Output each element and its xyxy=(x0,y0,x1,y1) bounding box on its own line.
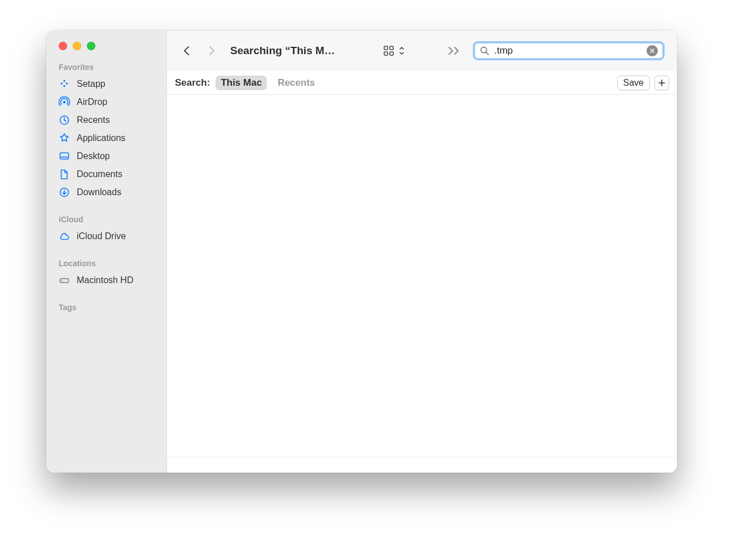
svg-rect-11 xyxy=(390,46,393,50)
sidebar-item-applications[interactable]: Applications xyxy=(46,129,166,147)
icon-grid-icon xyxy=(383,45,395,57)
sidebar-item-airdrop[interactable]: AirDrop xyxy=(46,93,166,111)
airdrop-icon xyxy=(59,96,70,108)
svg-rect-2 xyxy=(65,82,68,85)
window-title: Searching “This M… xyxy=(230,45,335,57)
downloads-icon xyxy=(59,187,70,198)
search-icon xyxy=(480,46,490,56)
view-options-button[interactable] xyxy=(383,45,405,57)
svg-point-9 xyxy=(61,280,63,281)
cloud-icon xyxy=(59,231,70,242)
svg-rect-6 xyxy=(60,153,69,159)
sidebar-item-macintosh-hd[interactable]: Macintosh HD xyxy=(46,271,166,289)
sidebar-item-label: AirDrop xyxy=(77,97,107,107)
clear-search-button[interactable] xyxy=(647,45,658,56)
sidebar-item-label: Documents xyxy=(77,169,122,179)
sidebar-section-tags: Tags xyxy=(46,303,166,315)
search-field[interactable] xyxy=(473,41,665,60)
sidebar-item-label: Applications xyxy=(77,133,125,143)
search-scope-bar: Search: This Mac Recents Save xyxy=(167,71,677,95)
svg-rect-13 xyxy=(390,52,393,55)
sidebar-item-label: Desktop xyxy=(77,151,110,161)
sidebar-item-desktop[interactable]: Desktop xyxy=(46,147,166,165)
chevron-up-down-icon xyxy=(398,45,405,56)
fullscreen-window-button[interactable] xyxy=(87,42,95,50)
toolbar-overflow-button[interactable] xyxy=(447,45,461,56)
sidebar-item-label: Downloads xyxy=(77,187,121,197)
scope-this-mac[interactable]: This Mac xyxy=(216,76,267,90)
minimize-window-button[interactable] xyxy=(73,42,81,50)
sidebar-item-setapp[interactable]: Setapp xyxy=(46,75,166,93)
svg-rect-8 xyxy=(60,279,69,283)
sidebar-item-documents[interactable]: Documents xyxy=(46,165,166,183)
scope-recents[interactable]: Recents xyxy=(272,76,320,90)
search-results-area xyxy=(167,95,677,457)
finder-toolbar: Searching “This M… xyxy=(167,30,677,71)
window-controls xyxy=(46,42,166,50)
sidebar-item-label: iCloud Drive xyxy=(77,231,126,241)
svg-rect-0 xyxy=(63,80,65,82)
document-icon xyxy=(59,169,70,180)
add-search-criteria-button[interactable] xyxy=(654,76,669,90)
svg-rect-12 xyxy=(384,52,388,55)
sidebar-item-label: Macintosh HD xyxy=(77,275,133,285)
sidebar-item-icloud-drive[interactable]: iCloud Drive xyxy=(46,227,166,245)
finder-main: Searching “This M… xyxy=(167,30,677,473)
sidebar-item-label: Recents xyxy=(77,115,110,125)
sidebar-item-label: Setapp xyxy=(77,79,106,89)
sidebar-section-locations: Locations xyxy=(46,259,166,271)
sidebar-item-downloads[interactable]: Downloads xyxy=(46,183,166,201)
clock-icon xyxy=(59,114,70,126)
back-button[interactable] xyxy=(178,42,195,59)
search-scope-label: Search: xyxy=(175,77,210,89)
svg-rect-3 xyxy=(63,85,65,87)
forward-button[interactable] xyxy=(203,42,220,59)
desktop-icon xyxy=(59,151,70,162)
applications-icon xyxy=(59,133,70,144)
finder-sidebar: Favorites Setapp AirDrop Recents Applica… xyxy=(46,30,167,473)
finder-window: Favorites Setapp AirDrop Recents Applica… xyxy=(46,30,677,473)
sidebar-section-icloud: iCloud xyxy=(46,215,166,227)
close-window-button[interactable] xyxy=(59,42,67,50)
svg-point-4 xyxy=(63,101,66,104)
svg-rect-10 xyxy=(384,46,388,50)
svg-rect-1 xyxy=(60,82,63,85)
hard-drive-icon xyxy=(59,275,70,286)
setapp-icon xyxy=(59,78,70,90)
finder-status-bar xyxy=(167,457,677,473)
search-input[interactable] xyxy=(494,45,642,56)
save-search-button[interactable]: Save xyxy=(617,76,650,90)
sidebar-section-favorites: Favorites xyxy=(46,63,166,75)
sidebar-item-recents[interactable]: Recents xyxy=(46,111,166,129)
